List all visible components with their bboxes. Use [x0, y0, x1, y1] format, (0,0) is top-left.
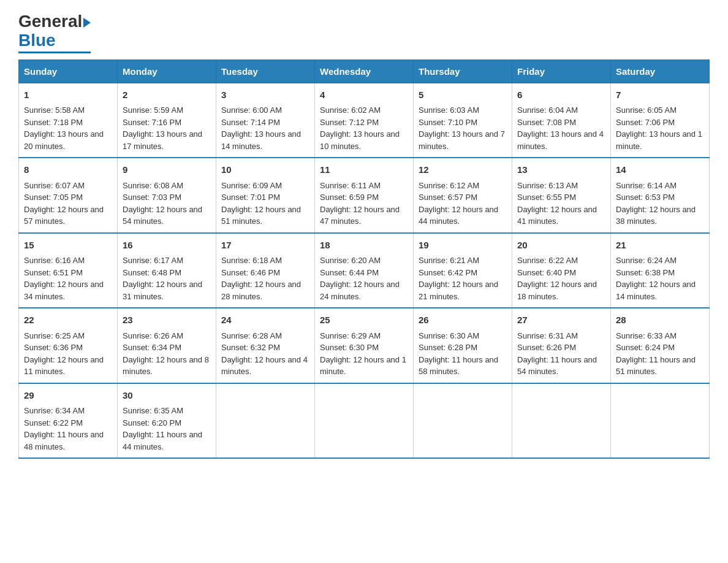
day-sunrise: Sunrise: 6:31 AM [517, 331, 578, 340]
day-sunrise: Sunrise: 6:17 AM [123, 256, 183, 265]
calendar-cell [414, 383, 512, 459]
day-sunrise: Sunrise: 6:21 AM [419, 256, 479, 265]
weekday-friday: Friday [512, 59, 611, 83]
day-sunset: Sunset: 6:48 PM [123, 268, 181, 277]
day-number: 20 [517, 239, 605, 253]
day-sunset: Sunset: 6:44 PM [320, 268, 379, 277]
day-daylight: Daylight: 13 hours and 20 minutes. [24, 129, 104, 151]
day-number: 13 [517, 163, 605, 177]
calendar-cell: 2Sunrise: 5:59 AMSunset: 7:16 PMDaylight… [118, 83, 216, 158]
calendar-cell: 25Sunrise: 6:29 AMSunset: 6:30 PMDayligh… [315, 308, 414, 383]
day-sunrise: Sunrise: 6:35 AM [123, 406, 183, 415]
day-number: 23 [123, 313, 211, 327]
day-daylight: Daylight: 12 hours and 11 minutes. [24, 355, 104, 377]
day-number: 21 [616, 239, 704, 253]
day-sunrise: Sunrise: 6:20 AM [320, 256, 381, 265]
day-number: 8 [24, 163, 112, 177]
day-sunset: Sunset: 6:46 PM [221, 268, 280, 277]
calendar-cell: 18Sunrise: 6:20 AMSunset: 6:44 PMDayligh… [315, 233, 414, 308]
calendar-cell [315, 383, 414, 459]
day-sunrise: Sunrise: 6:28 AM [221, 331, 282, 340]
day-daylight: Daylight: 11 hours and 58 minutes. [419, 355, 498, 377]
day-sunset: Sunset: 7:01 PM [221, 193, 280, 202]
day-number: 15 [24, 239, 112, 253]
calendar-cell: 16Sunrise: 6:17 AMSunset: 6:48 PMDayligh… [118, 233, 216, 308]
day-sunrise: Sunrise: 6:00 AM [221, 105, 282, 115]
page-header: General Blue [18, 12, 710, 53]
weekday-wednesday: Wednesday [315, 59, 414, 83]
calendar-cell: 19Sunrise: 6:21 AMSunset: 6:42 PMDayligh… [414, 233, 512, 308]
day-number: 18 [320, 239, 408, 253]
day-sunset: Sunset: 6:40 PM [517, 268, 576, 277]
day-number: 5 [419, 88, 507, 102]
calendar-week-5: 29Sunrise: 6:34 AMSunset: 6:22 PMDayligh… [19, 383, 710, 459]
day-sunrise: Sunrise: 6:12 AM [419, 181, 479, 190]
calendar-cell: 21Sunrise: 6:24 AMSunset: 6:38 PMDayligh… [611, 233, 710, 308]
day-number: 12 [419, 163, 507, 177]
day-sunset: Sunset: 6:59 PM [320, 193, 379, 202]
calendar-cell: 6Sunrise: 6:04 AMSunset: 7:08 PMDaylight… [512, 83, 611, 158]
day-number: 25 [320, 313, 408, 327]
calendar-cell: 30Sunrise: 6:35 AMSunset: 6:20 PMDayligh… [118, 383, 216, 459]
day-daylight: Daylight: 11 hours and 51 minutes. [616, 355, 696, 377]
calendar-cell: 5Sunrise: 6:03 AMSunset: 7:10 PMDaylight… [414, 83, 512, 158]
day-daylight: Daylight: 12 hours and 57 minutes. [24, 205, 104, 226]
day-daylight: Daylight: 12 hours and 31 minutes. [123, 280, 202, 301]
day-daylight: Daylight: 13 hours and 7 minutes. [419, 129, 505, 151]
calendar-cell: 11Sunrise: 6:11 AMSunset: 6:59 PMDayligh… [315, 158, 414, 233]
day-sunset: Sunset: 6:32 PM [221, 343, 280, 352]
day-number: 14 [616, 163, 704, 177]
day-sunset: Sunset: 6:26 PM [517, 343, 576, 352]
calendar-cell: 27Sunrise: 6:31 AMSunset: 6:26 PMDayligh… [512, 308, 611, 383]
day-sunset: Sunset: 6:22 PM [24, 418, 83, 427]
weekday-saturday: Saturday [611, 59, 710, 83]
day-sunrise: Sunrise: 6:09 AM [221, 181, 282, 190]
weekday-sunday: Sunday [19, 59, 118, 83]
day-sunset: Sunset: 6:34 PM [123, 343, 181, 352]
weekday-tuesday: Tuesday [216, 59, 315, 83]
day-number: 11 [320, 163, 408, 177]
day-daylight: Daylight: 13 hours and 1 minute. [616, 129, 702, 151]
day-sunset: Sunset: 7:08 PM [517, 118, 576, 127]
day-number: 3 [221, 88, 309, 102]
day-sunrise: Sunrise: 6:16 AM [24, 256, 85, 265]
day-sunrise: Sunrise: 6:08 AM [123, 181, 183, 190]
day-sunrise: Sunrise: 6:02 AM [320, 105, 381, 115]
day-sunset: Sunset: 7:10 PM [419, 118, 477, 127]
calendar-cell: 4Sunrise: 6:02 AMSunset: 7:12 PMDaylight… [315, 83, 414, 158]
day-daylight: Daylight: 13 hours and 14 minutes. [221, 129, 301, 151]
day-sunset: Sunset: 6:20 PM [123, 418, 181, 427]
day-daylight: Daylight: 12 hours and 38 minutes. [616, 205, 696, 226]
day-sunrise: Sunrise: 6:24 AM [616, 256, 677, 265]
calendar-cell [216, 383, 315, 459]
day-number: 1 [24, 88, 112, 102]
day-sunset: Sunset: 6:24 PM [616, 343, 675, 352]
calendar-cell: 14Sunrise: 6:14 AMSunset: 6:53 PMDayligh… [611, 158, 710, 233]
day-daylight: Daylight: 12 hours and 51 minutes. [221, 205, 301, 226]
day-sunset: Sunset: 7:03 PM [123, 193, 181, 202]
logo-line2: Blue [18, 31, 91, 53]
day-daylight: Daylight: 12 hours and 24 minutes. [320, 280, 400, 301]
day-daylight: Daylight: 12 hours and 28 minutes. [221, 280, 301, 301]
day-sunset: Sunset: 7:14 PM [221, 118, 280, 127]
day-number: 10 [221, 163, 309, 177]
day-number: 28 [616, 313, 704, 327]
day-number: 30 [123, 389, 211, 403]
calendar-cell: 28Sunrise: 6:33 AMSunset: 6:24 PMDayligh… [611, 308, 710, 383]
day-sunset: Sunset: 6:28 PM [419, 343, 477, 352]
day-sunset: Sunset: 6:55 PM [517, 193, 576, 202]
day-sunrise: Sunrise: 6:13 AM [517, 181, 578, 190]
weekday-header-row: SundayMondayTuesdayWednesdayThursdayFrid… [19, 59, 710, 83]
day-daylight: Daylight: 11 hours and 44 minutes. [123, 430, 202, 451]
calendar-cell: 13Sunrise: 6:13 AMSunset: 6:55 PMDayligh… [512, 158, 611, 233]
day-sunset: Sunset: 6:53 PM [616, 193, 675, 202]
calendar-cell: 8Sunrise: 6:07 AMSunset: 7:05 PMDaylight… [19, 158, 118, 233]
day-daylight: Daylight: 12 hours and 18 minutes. [517, 280, 597, 301]
calendar-cell: 26Sunrise: 6:30 AMSunset: 6:28 PMDayligh… [414, 308, 512, 383]
day-sunrise: Sunrise: 6:18 AM [221, 256, 282, 265]
day-number: 27 [517, 313, 605, 327]
logo-arrow-icon [83, 18, 91, 28]
day-daylight: Daylight: 12 hours and 54 minutes. [123, 205, 202, 226]
day-daylight: Daylight: 13 hours and 10 minutes. [320, 129, 400, 151]
day-daylight: Daylight: 12 hours and 44 minutes. [419, 205, 498, 226]
